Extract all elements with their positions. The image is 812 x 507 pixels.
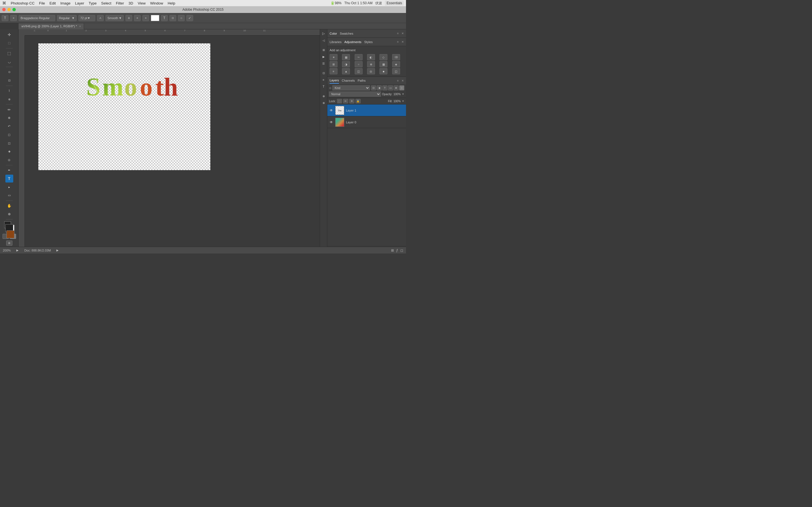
menu-layer[interactable]: Layer — [75, 1, 84, 5]
gradient-map-icon[interactable]: ◫ — [355, 68, 363, 74]
filter-smart-icon[interactable]: ⊕ — [394, 86, 399, 91]
layer-item-1[interactable]: 👁 Layer 0 — [327, 116, 406, 128]
gradient-fill-icon[interactable]: ◫ — [392, 68, 400, 74]
effects-icon[interactable]: ƒ — [396, 248, 398, 252]
color-lookup-icon[interactable]: ▦ — [379, 61, 388, 67]
zoom-tool-button[interactable]: ⊕ — [5, 210, 13, 218]
close-layers-panel-button[interactable]: ✕ — [402, 79, 404, 82]
color-balance-icon[interactable]: ⊞ — [329, 61, 338, 67]
toggle-char-para-button[interactable]: ⊡ — [169, 15, 176, 21]
exposure-icon[interactable]: ◐ — [367, 54, 375, 60]
marquee-tool-button[interactable]: ⬚ — [5, 50, 13, 57]
font-size-field[interactable]: 72 pt ▼ — [79, 15, 95, 21]
opacity-stepper[interactable]: ▼ — [402, 93, 404, 96]
mini-bridge-button[interactable]: ⊞ — [320, 47, 327, 53]
opacity-value[interactable]: 100% — [394, 93, 401, 96]
layer-1-visibility-icon[interactable]: 👁 — [329, 120, 334, 124]
invert-icon[interactable]: ◈ — [392, 61, 400, 67]
crop-tool-button[interactable]: ⊡ — [5, 76, 13, 84]
menu-window[interactable]: Window — [150, 1, 163, 5]
blur-tool-button[interactable]: ◈ — [5, 148, 13, 156]
layers-tab[interactable]: Layers — [329, 77, 339, 83]
tab-close-button[interactable]: × — [79, 25, 81, 28]
lock-position-button[interactable]: ✛ — [349, 99, 354, 103]
selective-color-icon[interactable]: ◎ — [367, 68, 375, 74]
document-canvas[interactable]: Smooth — [38, 43, 210, 170]
path-selection-tool-button[interactable]: ▸ — [5, 183, 13, 191]
menu-help[interactable]: Help — [168, 1, 175, 5]
status-arrow[interactable]: ▶ — [56, 249, 59, 252]
font-size-icon[interactable]: A — [97, 15, 104, 21]
shape-tool-button[interactable]: ▭ — [5, 191, 13, 200]
panel-4-button[interactable]: ⊕ — [320, 93, 327, 99]
libraries-button[interactable]: ☰ — [320, 60, 327, 66]
font-family-dropdown[interactable]: Braggadocio Regular — [18, 15, 55, 21]
screen-mode-button[interactable]: ⊞ — [6, 240, 12, 245]
paths-tab[interactable]: Paths — [358, 78, 366, 83]
timeline-button[interactable]: ▶ — [320, 54, 327, 60]
quick-select-tool-button[interactable]: ⊙ — [5, 68, 13, 76]
align-right-button[interactable]: ≡ — [142, 15, 149, 21]
lock-transparent-button[interactable]: ⬚ — [337, 99, 342, 103]
close-color-panel-button[interactable]: ✕ — [402, 32, 404, 35]
menu-view[interactable]: View — [138, 1, 146, 5]
swatches-tab[interactable]: Swatches — [340, 32, 353, 35]
history-brush-tool-button[interactable]: ↶ — [5, 122, 13, 130]
menu-image[interactable]: Image — [60, 1, 70, 5]
adjustments-tab[interactable]: Adjustments — [344, 40, 361, 44]
align-left-button[interactable]: ≡ — [125, 15, 132, 21]
minimize-window-button[interactable] — [7, 8, 11, 11]
adj-panel-menu-icon[interactable]: ≡ — [397, 40, 399, 43]
channels-tab[interactable]: Channels — [342, 78, 355, 83]
panel-1-button[interactable]: ⊡ — [320, 70, 327, 76]
move-tool-button[interactable]: ✛ — [5, 31, 13, 39]
layer-item-0[interactable]: 👁 Sm Layer 1 — [327, 105, 406, 116]
panel-3-button[interactable]: T — [320, 83, 327, 90]
libraries-tab[interactable]: Libraries — [329, 40, 342, 44]
tool-presets-button[interactable]: T — [2, 15, 8, 21]
maximize-window-button[interactable] — [12, 8, 16, 11]
menu-type[interactable]: Type — [89, 1, 97, 5]
vibrance-icon[interactable]: ◇ — [379, 54, 388, 60]
eyedropper-tool-button[interactable]: ⌇ — [5, 87, 13, 95]
healing-tool-button[interactable]: ⊕ — [5, 95, 13, 103]
canvas-text-layer[interactable]: Smooth — [84, 69, 179, 108]
antialiasing-dropdown[interactable]: Smooth ▼ — [105, 15, 124, 21]
filter-type-icon[interactable]: T — [382, 86, 388, 91]
menu-filter[interactable]: Filter — [116, 1, 124, 5]
align-center-button[interactable]: ≡ — [134, 15, 141, 21]
black-white-icon[interactable]: ◑ — [342, 61, 350, 67]
layer-0-visibility-icon[interactable]: 👁 — [329, 108, 334, 113]
solid-color-icon[interactable]: ■ — [379, 68, 388, 74]
lock-all-button[interactable]: 🔒 — [356, 99, 361, 103]
eraser-tool-button[interactable]: ◻ — [5, 131, 13, 139]
hand-tool-button[interactable]: ✋ — [5, 202, 13, 210]
menu-3d[interactable]: 3D — [129, 1, 133, 5]
color-tab[interactable]: Color — [329, 32, 337, 35]
filter-adjust-icon[interactable]: ◑ — [377, 86, 382, 91]
curves-icon[interactable]: ~ — [355, 54, 363, 60]
panel-5-button[interactable]: ⊗ — [320, 100, 327, 106]
hue-saturation-icon[interactable] — [392, 54, 400, 60]
close-adj-panel-button[interactable]: ✕ — [402, 40, 404, 43]
document-tab-1[interactable]: wVIH6.png @ 200% (Layer 1, RGB/8*) * × — [18, 23, 84, 29]
layers-panel-menu-icon[interactable]: ≡ — [397, 79, 399, 82]
toggle-brushes-button[interactable]: ≡ — [10, 15, 17, 21]
collapse-panels-button[interactable]: ▷ — [320, 31, 327, 37]
arrange-icon[interactable]: ⊞ — [391, 248, 394, 252]
artboard-tool-button[interactable]: ⬚ — [5, 39, 13, 47]
levels-icon[interactable]: ▦ — [342, 54, 350, 60]
warp-text-button[interactable]: T — [161, 15, 168, 21]
panel-2-button[interactable]: ≡ — [320, 76, 327, 83]
zoom-level[interactable]: 200% — [3, 249, 11, 252]
workspace-select[interactable]: Essentials — [385, 1, 404, 6]
filter-shape-icon[interactable]: ▭ — [388, 86, 393, 91]
layers-filter-type-select[interactable]: Kind — [333, 86, 370, 91]
blend-mode-select[interactable]: Normal — [329, 92, 381, 97]
background-color-large[interactable] — [6, 230, 14, 238]
menu-edit[interactable]: Edit — [50, 1, 56, 5]
expand-panels-button[interactable]: ◁ — [320, 37, 327, 43]
confirm-text-button[interactable]: ✓ — [186, 15, 193, 21]
photo-filter-icon[interactable]: ○ — [355, 61, 363, 67]
cancel-text-button[interactable]: ○ — [178, 15, 185, 21]
